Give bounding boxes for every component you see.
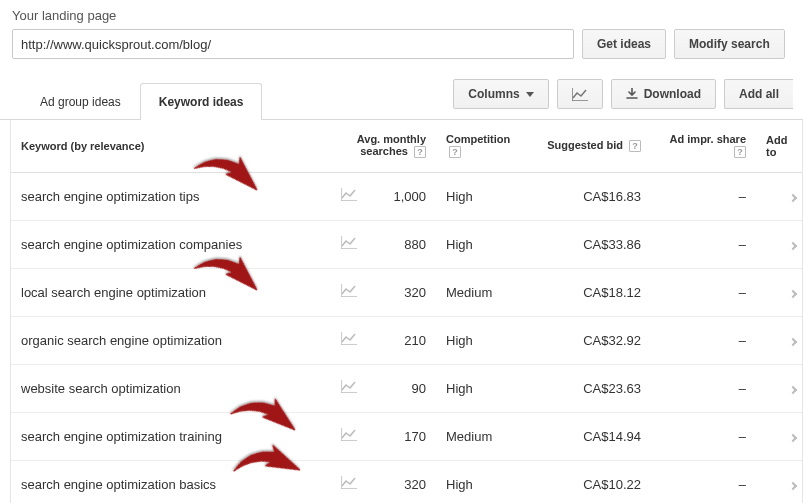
impr-cell: – bbox=[651, 220, 756, 268]
impr-cell: – bbox=[651, 412, 756, 460]
chevron-right-icon bbox=[789, 385, 797, 393]
expand-cell[interactable] bbox=[756, 412, 803, 460]
searches-cell: 210 bbox=[361, 316, 436, 364]
col-avg-monthly[interactable]: Avg. monthly searches ? bbox=[331, 120, 436, 172]
download-label: Download bbox=[644, 87, 701, 101]
columns-button[interactable]: Columns bbox=[453, 79, 548, 109]
keyword-cell: local search engine optimization bbox=[11, 268, 331, 316]
expand-cell[interactable] bbox=[756, 268, 803, 316]
searches-cell: 170 bbox=[361, 412, 436, 460]
bid-cell: CA$10.22 bbox=[536, 460, 651, 503]
impr-cell: – bbox=[651, 268, 756, 316]
impr-cell: – bbox=[651, 460, 756, 503]
help-icon[interactable]: ? bbox=[734, 146, 746, 158]
chart-icon[interactable] bbox=[331, 460, 361, 503]
chevron-right-icon bbox=[789, 289, 797, 297]
chevron-down-icon bbox=[526, 92, 534, 97]
chevron-right-icon bbox=[789, 433, 797, 441]
chart-icon[interactable] bbox=[331, 220, 361, 268]
impr-cell: – bbox=[651, 316, 756, 364]
col-ad-impr-share[interactable]: Ad impr. share ? bbox=[651, 120, 756, 172]
landing-page-input[interactable] bbox=[12, 29, 574, 59]
columns-label: Columns bbox=[468, 87, 519, 101]
col-suggested-bid[interactable]: Suggested bid ? bbox=[536, 120, 651, 172]
help-icon[interactable]: ? bbox=[414, 146, 426, 158]
bid-cell: CA$18.12 bbox=[536, 268, 651, 316]
chevron-right-icon bbox=[789, 241, 797, 249]
chevron-right-icon bbox=[789, 481, 797, 489]
competition-cell: High bbox=[436, 364, 536, 412]
table-row[interactable]: search engine optimization tips1,000High… bbox=[11, 172, 803, 220]
help-icon[interactable]: ? bbox=[629, 140, 641, 152]
competition-cell: Medium bbox=[436, 412, 536, 460]
table-row[interactable]: search engine optimization basics320High… bbox=[11, 460, 803, 503]
competition-cell: High bbox=[436, 172, 536, 220]
bid-cell: CA$16.83 bbox=[536, 172, 651, 220]
expand-cell[interactable] bbox=[756, 220, 803, 268]
searches-cell: 90 bbox=[361, 364, 436, 412]
col-keyword[interactable]: Keyword (by relevance) bbox=[11, 120, 331, 172]
get-ideas-button[interactable]: Get ideas bbox=[582, 29, 666, 59]
chevron-right-icon bbox=[789, 337, 797, 345]
keyword-cell: website search optimization bbox=[11, 364, 331, 412]
keyword-ideas-table: Keyword (by relevance) Avg. monthly sear… bbox=[11, 120, 803, 503]
keyword-cell: search engine optimization basics bbox=[11, 460, 331, 503]
searches-cell: 1,000 bbox=[361, 172, 436, 220]
modify-search-button[interactable]: Modify search bbox=[674, 29, 785, 59]
chart-icon[interactable] bbox=[331, 364, 361, 412]
table-row[interactable]: website search optimization90HighCA$23.6… bbox=[11, 364, 803, 412]
keyword-cell: search engine optimization companies bbox=[11, 220, 331, 268]
bid-cell: CA$23.63 bbox=[536, 364, 651, 412]
impr-cell: – bbox=[651, 364, 756, 412]
table-row[interactable]: local search engine optimization320Mediu… bbox=[11, 268, 803, 316]
table-row[interactable]: search engine optimization companies880H… bbox=[11, 220, 803, 268]
keyword-cell: search engine optimization training bbox=[11, 412, 331, 460]
add-all-button[interactable]: Add all bbox=[724, 79, 793, 109]
table-row[interactable]: organic search engine optimization210Hig… bbox=[11, 316, 803, 364]
searches-cell: 320 bbox=[361, 460, 436, 503]
competition-cell: High bbox=[436, 316, 536, 364]
searches-cell: 320 bbox=[361, 268, 436, 316]
impr-cell: – bbox=[651, 172, 756, 220]
download-icon bbox=[626, 88, 638, 100]
expand-cell[interactable] bbox=[756, 460, 803, 503]
help-icon[interactable]: ? bbox=[449, 146, 461, 158]
expand-cell[interactable] bbox=[756, 172, 803, 220]
searches-cell: 880 bbox=[361, 220, 436, 268]
chart-icon[interactable] bbox=[331, 316, 361, 364]
chart-icon[interactable] bbox=[331, 268, 361, 316]
expand-cell[interactable] bbox=[756, 364, 803, 412]
competition-cell: High bbox=[436, 220, 536, 268]
bid-cell: CA$32.92 bbox=[536, 316, 651, 364]
chevron-right-icon bbox=[789, 193, 797, 201]
keyword-cell: organic search engine optimization bbox=[11, 316, 331, 364]
competition-cell: High bbox=[436, 460, 536, 503]
download-button[interactable]: Download bbox=[611, 79, 716, 109]
bid-cell: CA$14.94 bbox=[536, 412, 651, 460]
bid-cell: CA$33.86 bbox=[536, 220, 651, 268]
expand-cell[interactable] bbox=[756, 316, 803, 364]
competition-cell: Medium bbox=[436, 268, 536, 316]
table-row[interactable]: search engine optimization training170Me… bbox=[11, 412, 803, 460]
chart-icon[interactable] bbox=[331, 172, 361, 220]
col-competition[interactable]: Competition ? bbox=[436, 120, 536, 172]
keyword-cell: search engine optimization tips bbox=[11, 172, 331, 220]
landing-page-label: Your landing page bbox=[12, 8, 791, 23]
col-add-to[interactable]: Add to bbox=[756, 120, 803, 172]
chart-toggle-button[interactable] bbox=[557, 79, 603, 109]
chart-icon[interactable] bbox=[331, 412, 361, 460]
